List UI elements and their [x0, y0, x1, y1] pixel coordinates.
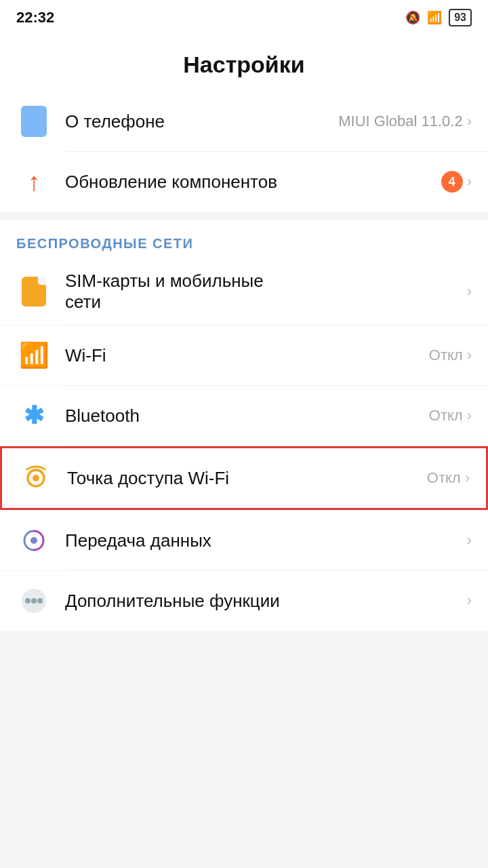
update-badge: 4 — [441, 171, 463, 193]
top-section: О телефоне MIUI Global 11.0.2 › ↑ Обновл… — [0, 92, 488, 212]
wifi-icon: 📶 — [16, 338, 52, 373]
notification-icon: 🔕 — [405, 10, 420, 25]
sim-icon — [16, 274, 52, 309]
extra-functions-label: Дополнительные функции — [65, 591, 280, 611]
bluetooth-icon: ✱ — [16, 398, 52, 433]
svg-point-5 — [31, 598, 37, 604]
about-phone-chevron: › — [467, 113, 472, 130]
hotspot-item[interactable]: Точка доступа Wi-Fi Откл › — [0, 446, 488, 510]
miui-version: MIUI Global 11.0.2 — [338, 113, 462, 130]
update-icon: ↑ — [16, 164, 52, 199]
update-chevron: › — [467, 173, 472, 191]
wifi-label: Wi-Fi — [65, 345, 106, 366]
hotspot-chevron: › — [465, 469, 470, 487]
svg-point-4 — [25, 598, 30, 604]
wifi-chevron: › — [467, 347, 472, 364]
hotspot-icon — [18, 460, 54, 496]
wifi-item[interactable]: 📶 Wi-Fi Откл › — [0, 326, 488, 385]
update-item[interactable]: ↑ Обновление компонентов 4 › — [0, 152, 488, 212]
page-title: Настройки — [0, 35, 488, 92]
data-transfer-label: Передача данных — [65, 530, 211, 551]
bluetooth-item[interactable]: ✱ Bluetooth Откл › — [0, 386, 488, 446]
data-transfer-chevron: › — [467, 532, 472, 549]
status-bar: 22:32 🔕 📶 93 — [0, 0, 488, 35]
extra-functions-item[interactable]: Дополнительные функции › — [0, 571, 488, 631]
svg-point-2 — [30, 537, 37, 544]
bluetooth-label: Bluetooth — [65, 406, 140, 426]
status-icons: 🔕 📶 93 — [405, 9, 472, 26]
bluetooth-chevron: › — [467, 407, 472, 425]
sim-label: SIM-карты и мобильныесети — [65, 271, 264, 312]
svg-point-1 — [33, 475, 39, 481]
hotspot-label: Точка доступа Wi-Fi — [67, 468, 229, 488]
status-time: 22:32 — [16, 9, 54, 26]
svg-point-6 — [37, 598, 43, 604]
section-divider — [0, 212, 488, 220]
sim-item[interactable]: SIM-карты и мобильныесети › — [0, 258, 488, 325]
about-phone-label: О телефоне — [65, 111, 165, 132]
extra-functions-icon — [16, 583, 52, 618]
data-transfer-icon — [16, 523, 52, 558]
hotspot-status: Откл — [427, 469, 461, 487]
sim-chevron: › — [467, 283, 472, 300]
wifi-status: Откл — [429, 347, 463, 364]
phone-icon — [16, 104, 52, 139]
signal-icon: 📶 — [427, 10, 442, 25]
data-transfer-item[interactable]: Передача данных › — [0, 511, 488, 570]
extra-functions-chevron: › — [467, 592, 472, 610]
bluetooth-status: Откл — [429, 407, 463, 425]
battery-indicator: 93 — [449, 9, 472, 26]
about-phone-item[interactable]: О телефоне MIUI Global 11.0.2 › — [0, 92, 488, 151]
wireless-section-header: БЕСПРОВОДНЫЕ СЕТИ — [0, 220, 488, 258]
update-label: Обновление компонентов — [65, 172, 277, 192]
